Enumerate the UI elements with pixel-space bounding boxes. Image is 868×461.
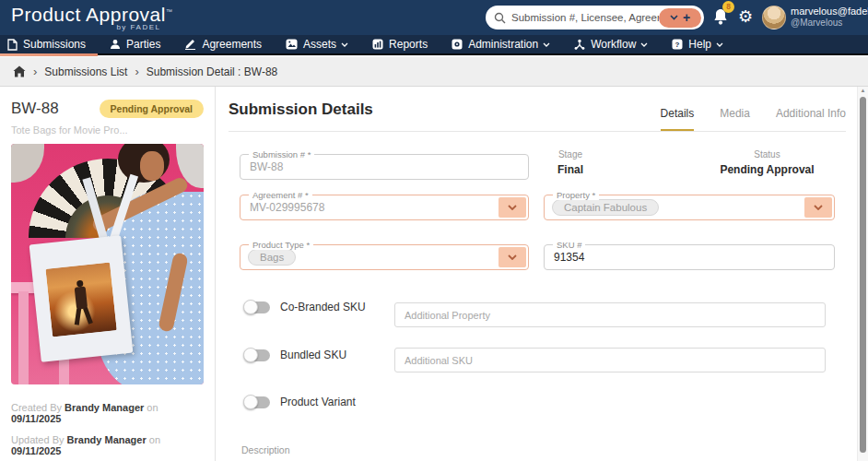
chevron-down-icon [341,42,348,47]
submission-number-field[interactable]: Submission # * [240,154,529,180]
additional-sku-field[interactable] [394,348,826,372]
breadcrumb-separator: › [33,65,37,78]
breadcrumb-submissions-list[interactable]: Submissions List [44,65,127,78]
home-icon[interactable] [13,65,26,77]
additional-sku-input[interactable] [395,349,825,372]
pencil-icon [184,39,196,50]
created-by-line: Created By Brandy Manager on 09/11/2025 [11,402,204,424]
logo-title: Product Approval [11,4,166,25]
chevron-down-icon [640,42,648,47]
product-type-label: Product Type * [249,240,313,250]
sku-field[interactable]: SKU # [544,244,835,270]
created-by-name: Brandy Manager [65,402,144,413]
co-branded-sku-toggle[interactable] [245,301,270,313]
tote-bag [29,235,134,362]
nav-item-administration[interactable]: Administration [440,34,562,54]
status-label: Status [714,149,820,160]
product-image [11,144,204,384]
nav-item-parties[interactable]: Parties [98,34,172,54]
property-label: Property * [553,190,599,200]
image-icon [286,39,298,50]
submission-summary-panel: BW-88 Pending Approval Tote Bags for Mov… [0,87,215,461]
nav-label: Administration [468,38,538,51]
agreement-number-label: Agreement # * [249,190,312,200]
document-icon [7,39,18,51]
nav-label: Assets [303,38,336,51]
help-icon: ? [672,39,683,50]
bundled-sku-toggle[interactable] [245,349,270,361]
submission-details-panel: Submission Details Details Media Additio… [216,87,857,461]
bar-chart-icon [372,39,383,50]
agreement-number-select[interactable]: Agreement # * [240,195,529,220]
submission-id-title: BW-88 [11,100,59,118]
stage-label: Stage [529,149,612,160]
nav-label: Parties [126,38,160,51]
nav-label: Agreements [202,38,262,51]
nav-item-workflow[interactable]: Workflow [562,34,660,54]
chevron-down-icon [543,42,550,47]
workflow-icon [574,39,585,50]
chevron-down-icon [814,205,823,210]
nav-label: Reports [389,38,428,51]
submission-subtitle: Tote Bags for Movie Pro... [11,124,204,136]
user-avatar[interactable] [762,6,786,30]
additional-property-field[interactable] [394,302,826,327]
product-variant-label: Product Variant [280,396,356,408]
sku-input[interactable] [545,245,834,269]
app-logo: Product Approval™ by FADEL [11,2,172,31]
property-select[interactable]: Property * Captain Fabulous [544,195,835,220]
breadcrumb-current: Submission Detail : BW-88 [147,65,278,78]
search-input[interactable] [511,12,659,23]
stage-readonly: Stage Final [529,149,612,176]
settings-gear-button[interactable]: ⚙ [738,6,753,27]
global-search: + [486,6,704,30]
notification-badge: 8 [722,1,734,13]
person-icon [110,39,121,50]
scrollbar-thumb[interactable] [860,97,866,453]
nav-label: Help [688,38,711,51]
admin-gear-icon [452,39,463,50]
additional-property-input[interactable] [395,303,825,326]
product-type-select[interactable]: Product Type * Bags [240,244,529,270]
status-badge: Pending Approval [100,100,204,118]
nav-label: Submissions [23,38,86,51]
tote-print-artwork [45,263,116,337]
created-date: 09/11/2025 [11,413,61,424]
status-value: Pending Approval [714,163,820,176]
agreement-dropdown-button[interactable] [499,197,526,218]
product-variant-toggle[interactable] [245,396,270,408]
chevron-down-icon [508,254,517,260]
updated-by-line: Updated By Brandy Manager on 09/11/2025 [11,434,204,456]
status-readonly: Status Pending Approval [714,149,820,176]
scroll-up-arrow[interactable]: ▲ [858,88,868,93]
bundled-toggle-row: Bundled SKU [245,349,346,361]
description-label: Description [241,444,290,455]
nav-label: Workflow [591,38,636,51]
search-options-pill[interactable]: + [659,8,701,28]
add-icon: + [683,11,690,24]
nav-item-reports[interactable]: Reports [360,34,440,54]
nav-item-agreements[interactable]: Agreements [172,34,274,54]
user-email: marvelous@fadel.com [791,6,868,18]
submission-number-label: Submission # * [249,149,314,160]
svg-text:?: ? [675,41,680,49]
app-header: Product Approval™ by FADEL + 8 ⚙ marvelo… [0,0,868,35]
breadcrumb: › Submissions List › Submission Detail :… [0,57,868,87]
stage-value: Final [529,163,612,176]
nav-item-assets[interactable]: Assets [274,34,360,54]
product-type-dropdown-button[interactable] [499,247,526,267]
user-menu[interactable]: marvelous@fadel.com @Marvelous [791,6,868,29]
trademark-symbol: ™ [166,8,173,15]
sku-label: SKU # [553,240,585,250]
property-dropdown-button[interactable] [804,197,832,218]
submission-form: Submission # * Stage Final Status Pendin… [216,87,857,461]
updated-date: 09/11/2025 [11,445,61,456]
chevron-down-icon [716,42,723,47]
bundled-sku-label: Bundled SKU [280,349,346,361]
search-icon [494,12,506,24]
vertical-scrollbar[interactable]: ▲ [857,87,868,461]
chevron-down-icon [508,205,517,210]
nav-item-help[interactable]: ? Help [660,34,735,54]
nav-item-submissions[interactable]: Submissions [0,34,98,54]
breadcrumb-separator: › [135,65,138,78]
